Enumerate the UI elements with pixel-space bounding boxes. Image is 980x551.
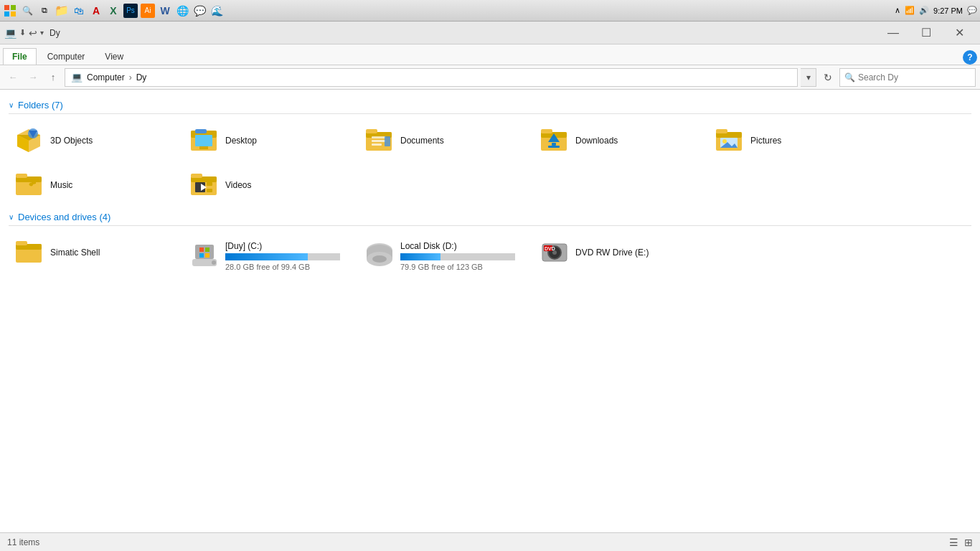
folder-music[interactable]: Music: [9, 164, 181, 206]
devices-section-header[interactable]: ∨ Devices and drives (4): [9, 212, 971, 226]
addressbar: ← → ↑ 💻 Computer › Dy ▾ ↻ 🔍: [0, 65, 980, 90]
folder-downloads[interactable]: Downloads: [534, 120, 706, 161]
volume-icon[interactable]: 🔊: [919, 6, 929, 15]
svg-rect-45: [16, 241, 27, 245]
svg-rect-35: [16, 174, 27, 178]
folder-desktop-label: Desktop: [225, 136, 257, 146]
quick-access-more[interactable]: ▾: [40, 29, 44, 37]
search-input[interactable]: [858, 72, 971, 83]
window-icon: 💻: [4, 27, 17, 39]
svg-rect-46: [195, 245, 214, 259]
folders-grid: 3D Objects Desktop: [9, 120, 971, 161]
drive-d-icon: [364, 242, 393, 270]
folder-3dobjects[interactable]: 3D Objects: [9, 120, 181, 161]
photoshop-icon[interactable]: Ps: [123, 4, 138, 18]
svg-rect-38: [191, 174, 202, 178]
statusbar-right: ☰ ⊞: [949, 537, 973, 548]
edge-icon[interactable]: 🌊: [209, 4, 224, 18]
svg-rect-13: [195, 129, 207, 133]
folder-videos[interactable]: Videos: [184, 164, 356, 206]
file-explorer-taskbar-icon[interactable]: 📁: [55, 4, 69, 18]
folders-section-header[interactable]: ∨ Folders (7): [9, 100, 971, 114]
simatic-name: Simatic Shell: [50, 248, 175, 258]
drive-d-bar-bg: [400, 253, 515, 260]
back-button[interactable]: ←: [4, 69, 22, 86]
search-taskbar-icon[interactable]: 🔍: [20, 4, 34, 18]
folder-documents[interactable]: Documents: [359, 120, 531, 161]
folder-documents-label: Documents: [400, 136, 444, 146]
folder-pictures[interactable]: Pictures: [709, 120, 881, 161]
drive-d-free: 79.9 GB free of 123 GB: [400, 263, 525, 271]
drive-d[interactable]: Local Disk (D:) 79.9 GB free of 123 GB: [359, 232, 531, 281]
start-button[interactable]: [3, 4, 17, 18]
drive-simatic[interactable]: Simatic Shell: [9, 232, 181, 273]
forward-button[interactable]: →: [24, 69, 42, 86]
search-box[interactable]: 🔍: [839, 68, 976, 87]
folders-grid-row2: Music Videos: [9, 164, 971, 206]
svg-rect-3: [11, 11, 16, 17]
taskview-icon[interactable]: ⧉: [37, 4, 52, 18]
folder-pictures-label: Pictures: [750, 136, 781, 146]
folder-music-icon: [14, 171, 43, 199]
svg-rect-26: [548, 146, 560, 148]
titlebar: 💻 ⬇ ↩ ▾ Dy — ☐ ✕: [0, 22, 980, 44]
help-button[interactable]: ?: [963, 50, 977, 65]
taskbar-left: 🔍 ⧉ 📁 🛍 A X Ps Ai W 🌐 💬 🌊: [3, 4, 224, 18]
svg-rect-16: [366, 129, 377, 133]
drive-c-bar-fill: [225, 253, 308, 260]
word-icon[interactable]: W: [158, 4, 172, 18]
svg-rect-18: [372, 140, 386, 142]
view-tiles-button[interactable]: ⊞: [964, 537, 973, 548]
address-dropdown[interactable]: ▾: [801, 68, 816, 87]
svg-rect-41: [207, 182, 212, 186]
store-icon[interactable]: 🛍: [72, 4, 86, 18]
titlebar-left: 💻 ⬇ ↩ ▾ Dy: [4, 27, 877, 39]
folders-section-label: Folders (7): [18, 100, 63, 110]
excel-icon[interactable]: X: [106, 4, 121, 18]
refresh-button[interactable]: ↻: [819, 69, 837, 86]
drive-dvd-name: DVD RW Drive (E:): [575, 248, 700, 258]
tab-file[interactable]: File: [3, 48, 37, 65]
illustrator-icon[interactable]: Ai: [141, 4, 155, 18]
system-tray-expand[interactable]: ∧: [895, 6, 900, 15]
address-path[interactable]: 💻 Computer › Dy: [65, 68, 798, 87]
folder-pictures-icon: [715, 126, 743, 155]
drive-c-name: [Duy] (C:): [225, 241, 350, 251]
maximize-button[interactable]: ☐: [910, 22, 943, 44]
svg-point-31: [722, 139, 727, 143]
simatic-info: Simatic Shell: [50, 248, 175, 258]
messenger-icon[interactable]: 💬: [192, 4, 207, 18]
folder-3dobjects-label: 3D Objects: [50, 136, 93, 146]
status-count: 11 items: [7, 537, 39, 547]
svg-rect-23: [541, 129, 552, 133]
drive-c-free: 28.0 GB free of 99.4 GB: [225, 263, 350, 271]
devices-section-label: Devices and drives (4): [18, 212, 110, 222]
folders-chevron: ∨: [9, 101, 14, 109]
svg-rect-29: [716, 129, 727, 133]
simatic-icon: [14, 238, 43, 267]
minimize-button[interactable]: —: [877, 22, 910, 44]
quick-access-properties[interactable]: ⬇: [19, 28, 26, 37]
drive-c[interactable]: [Duy] (C:) 28.0 GB free of 99.4 GB: [184, 232, 356, 281]
tab-computer[interactable]: Computer: [38, 48, 95, 65]
svg-rect-25: [552, 143, 556, 146]
quick-access-undo[interactable]: ↩: [29, 27, 37, 39]
svg-rect-48: [205, 248, 209, 252]
drive-c-info: [Duy] (C:) 28.0 GB free of 99.4 GB: [225, 241, 350, 271]
clock[interactable]: 9:27 PM: [933, 6, 963, 15]
svg-rect-12: [199, 146, 208, 149]
notification-icon[interactable]: 💬: [967, 6, 977, 15]
chrome-icon[interactable]: 🌐: [175, 4, 189, 18]
view-details-button[interactable]: ☰: [949, 537, 958, 548]
network-icon[interactable]: 📶: [905, 6, 915, 15]
up-button[interactable]: ↑: [44, 69, 62, 86]
folder-downloads-icon: [540, 126, 568, 155]
folder-desktop[interactable]: Desktop: [184, 120, 356, 161]
acrobat-icon[interactable]: A: [89, 4, 103, 18]
close-button[interactable]: ✕: [943, 22, 976, 44]
drive-dvd[interactable]: DVD DVD RW Drive (E:): [534, 232, 706, 273]
svg-rect-1: [11, 5, 16, 10]
tab-view[interactable]: View: [95, 48, 133, 65]
titlebar-controls: — ☐ ✕: [877, 22, 976, 44]
folder-3dobjects-icon: [14, 126, 43, 155]
